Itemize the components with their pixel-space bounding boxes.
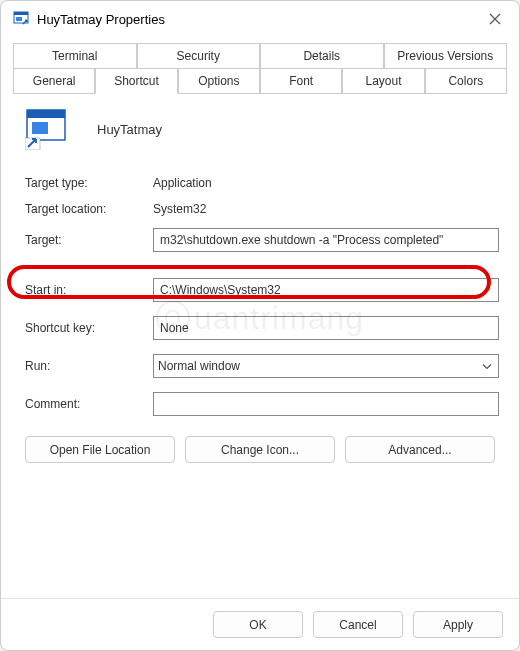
tab-options[interactable]: Options [178, 68, 260, 93]
target-type-value: Application [153, 176, 212, 190]
target-type-row: Target type: Application [21, 176, 499, 190]
start-in-row: Start in: [21, 278, 499, 302]
window-title: HuyTatmay Properties [37, 12, 483, 27]
comment-input[interactable] [153, 392, 499, 416]
shortcut-actions: Open File Location Change Icon... Advanc… [21, 430, 499, 463]
svg-rect-2 [16, 17, 22, 21]
tab-colors[interactable]: Colors [425, 68, 507, 93]
titlebar: HuyTatmay Properties [1, 1, 519, 37]
shortcut-key-label: Shortcut key: [25, 321, 153, 335]
tab-terminal[interactable]: Terminal [13, 43, 137, 68]
tab-layout[interactable]: Layout [342, 68, 424, 93]
svg-rect-5 [32, 122, 48, 134]
target-location-label: Target location: [25, 202, 153, 216]
svg-rect-1 [14, 12, 28, 15]
tab-details[interactable]: Details [260, 43, 384, 68]
chevron-down-icon [482, 361, 492, 372]
shortcut-panel: HuyTatmay Target type: Application Targe… [13, 94, 507, 471]
start-in-input[interactable] [153, 278, 499, 302]
run-select[interactable]: Normal window [153, 354, 499, 378]
advanced-button[interactable]: Advanced... [345, 436, 495, 463]
target-input[interactable] [153, 228, 499, 252]
apply-button[interactable]: Apply [413, 611, 503, 638]
tab-general[interactable]: General [13, 68, 95, 93]
dialog-footer: OK Cancel Apply [1, 598, 519, 650]
tab-shortcut[interactable]: Shortcut [95, 68, 177, 94]
run-label: Run: [25, 359, 153, 373]
run-value: Normal window [158, 359, 240, 373]
tab-security[interactable]: Security [137, 43, 261, 68]
properties-dialog: HuyTatmay Properties Terminal Security D… [0, 0, 520, 651]
shortcut-key-row: Shortcut key: [21, 316, 499, 340]
close-icon [489, 13, 501, 25]
shortcut-name: HuyTatmay [97, 122, 162, 137]
ok-button[interactable]: OK [213, 611, 303, 638]
close-button[interactable] [483, 7, 507, 31]
cancel-button[interactable]: Cancel [313, 611, 403, 638]
shortcut-header: HuyTatmay [21, 108, 499, 150]
start-in-label: Start in: [25, 283, 153, 297]
svg-rect-4 [27, 110, 65, 118]
comment-label: Comment: [25, 397, 153, 411]
dialog-content: Terminal Security Details Previous Versi… [1, 37, 519, 598]
target-type-label: Target type: [25, 176, 153, 190]
target-location-row: Target location: System32 [21, 202, 499, 216]
open-file-location-button[interactable]: Open File Location [25, 436, 175, 463]
shortcut-key-input[interactable] [153, 316, 499, 340]
comment-row: Comment: [21, 392, 499, 416]
target-label: Target: [25, 233, 153, 247]
run-row: Run: Normal window [21, 354, 499, 378]
target-location-value: System32 [153, 202, 206, 216]
change-icon-button[interactable]: Change Icon... [185, 436, 335, 463]
tab-strip: Terminal Security Details Previous Versi… [13, 43, 507, 94]
tab-previous-versions[interactable]: Previous Versions [384, 43, 508, 68]
shortcut-large-icon [25, 108, 67, 150]
app-icon [13, 11, 29, 27]
tab-font[interactable]: Font [260, 68, 342, 93]
target-row: Target: [21, 228, 499, 252]
